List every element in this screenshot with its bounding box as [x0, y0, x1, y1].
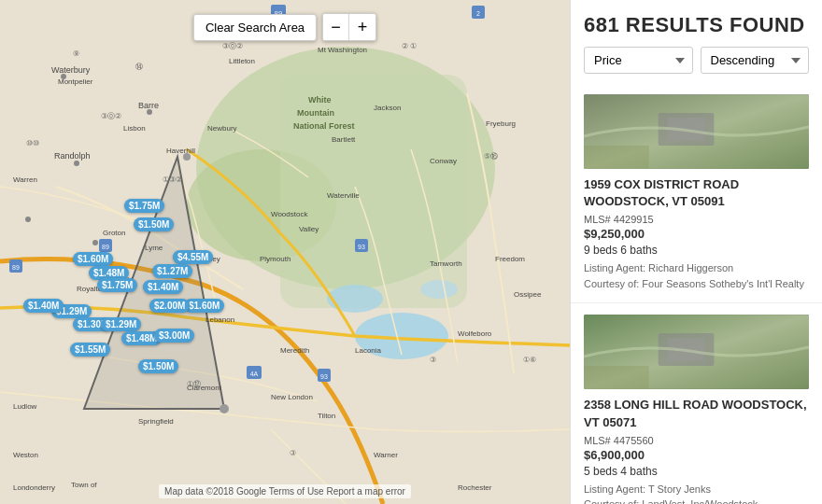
- svg-text:⑨: ⑨: [73, 49, 79, 58]
- svg-point-13: [25, 217, 31, 222]
- svg-text:Warner: Warner: [374, 451, 398, 459]
- listing-image: [584, 94, 809, 169]
- listing-title: 2358 LONG HILL ROAD WOODSTOCK, VT 05071: [584, 397, 809, 430]
- results-list: 1959 COX DISTRICT ROAD WOODSTOCK, VT 050…: [571, 83, 822, 504]
- svg-text:National Forest: National Forest: [293, 121, 355, 131]
- listing-agent: Listing Agent: T Story Jenks Courtesy of…: [584, 482, 809, 504]
- svg-text:Wolfeboro: Wolfeboro: [458, 329, 492, 338]
- svg-text:⑤⑯: ⑤⑯: [484, 152, 498, 161]
- svg-text:Littleton: Littleton: [229, 57, 255, 65]
- results-panel: 681 RESULTS FOUND Price Descending: [570, 0, 822, 504]
- svg-text:Lisbon: Lisbon: [123, 124, 146, 133]
- svg-point-12: [92, 240, 98, 245]
- svg-text:89: 89: [102, 244, 109, 250]
- price-marker[interactable]: $1.40M: [143, 280, 183, 294]
- results-count: 681 RESULTS FOUND: [584, 13, 809, 37]
- svg-text:Mt Washington: Mt Washington: [318, 46, 367, 54]
- svg-text:② ①: ② ①: [402, 42, 417, 50]
- svg-text:Woodstock: Woodstock: [271, 210, 308, 218]
- svg-text:③⓪②: ③⓪②: [101, 112, 121, 120]
- zoom-out-button[interactable]: −: [323, 14, 349, 40]
- price-marker[interactable]: $1.60M: [73, 252, 113, 266]
- svg-text:Weston: Weston: [13, 451, 38, 459]
- svg-text:2: 2: [476, 10, 480, 17]
- svg-rect-94: [584, 366, 649, 389]
- svg-text:93: 93: [358, 244, 365, 250]
- price-marker[interactable]: $1.50M: [134, 217, 174, 231]
- price-marker[interactable]: $1.29M: [101, 317, 141, 331]
- svg-text:⑭: ⑭: [135, 63, 143, 71]
- svg-text:Valley: Valley: [299, 225, 319, 233]
- svg-text:Freedom: Freedom: [495, 255, 525, 263]
- svg-text:Groton: Groton: [103, 229, 125, 237]
- svg-text:Fryeburg: Fryeburg: [486, 119, 516, 128]
- svg-text:⑩⑩: ⑩⑩: [26, 139, 39, 147]
- svg-text:①⑫: ①⑫: [187, 380, 201, 388]
- svg-text:Plymouth: Plymouth: [260, 255, 291, 263]
- price-marker[interactable]: $1.75M: [97, 278, 137, 292]
- svg-text:Tamworth: Tamworth: [430, 259, 462, 268]
- svg-text:Laconia: Laconia: [355, 346, 382, 355]
- svg-text:Waterbury: Waterbury: [51, 65, 91, 75]
- listing-image: [584, 315, 809, 389]
- svg-text:Bartlett: Bartlett: [332, 135, 356, 144]
- price-marker[interactable]: $1.55M: [70, 343, 110, 357]
- map-container[interactable]: Waterbury Barre Randolph Montpelier Warr…: [0, 0, 570, 504]
- listing-mls: MLS# 4475560: [584, 435, 809, 446]
- listing-card[interactable]: 2358 LONG HILL ROAD WOODSTOCK, VT 05071M…: [571, 303, 822, 504]
- svg-text:Newbury: Newbury: [207, 124, 237, 133]
- map-attribution: Map data ©2018 Google Terms of Use Repor…: [159, 484, 411, 498]
- price-marker[interactable]: $1.50M: [138, 359, 178, 373]
- svg-text:Randolph: Randolph: [54, 151, 91, 161]
- zoom-in-button[interactable]: +: [349, 14, 376, 40]
- price-sort-select[interactable]: Price: [584, 47, 693, 74]
- filter-row: Price Descending: [584, 47, 809, 74]
- svg-text:Mountain: Mountain: [297, 108, 334, 118]
- svg-text:White: White: [308, 95, 332, 105]
- listing-price: $6,900,000: [584, 448, 809, 462]
- svg-point-14: [220, 404, 229, 413]
- svg-point-6: [420, 280, 458, 299]
- svg-text:③: ③: [290, 449, 296, 457]
- price-marker[interactable]: $4.55M: [173, 250, 213, 264]
- svg-rect-89: [584, 146, 649, 169]
- svg-text:Lebanon: Lebanon: [206, 315, 234, 324]
- order-sort-select[interactable]: Descending: [701, 47, 810, 74]
- svg-text:Conway: Conway: [430, 157, 457, 165]
- map-toolbar: Clear Search Area − +: [193, 13, 376, 41]
- price-marker[interactable]: $3.00M: [154, 329, 194, 343]
- svg-text:4A: 4A: [250, 371, 259, 377]
- svg-text:Waterville: Waterville: [327, 191, 360, 200]
- svg-text:Londonderry: Londonderry: [13, 483, 55, 492]
- svg-point-5: [327, 285, 383, 313]
- svg-text:Meredith: Meredith: [280, 346, 309, 355]
- price-marker[interactable]: $2.00M: [149, 299, 190, 313]
- clear-search-button[interactable]: Clear Search Area: [193, 14, 317, 41]
- price-marker[interactable]: $1.60M: [184, 299, 224, 313]
- price-marker[interactable]: $1.75M: [124, 199, 164, 213]
- svg-text:Town of: Town of: [71, 481, 97, 489]
- svg-text:Rochester: Rochester: [458, 483, 492, 492]
- svg-text:Montpelier: Montpelier: [58, 77, 93, 86]
- svg-text:①③②: ①③②: [163, 175, 182, 184]
- svg-text:Haverhill: Haverhill: [166, 147, 195, 155]
- price-marker[interactable]: $1.27M: [152, 264, 192, 278]
- svg-text:Tilton: Tilton: [318, 412, 335, 420]
- svg-text:Lyme: Lyme: [145, 244, 163, 252]
- listing-title: 1959 COX DISTRICT ROAD WOODSTOCK, VT 050…: [584, 176, 809, 210]
- listing-beds-baths: 9 beds 6 baths: [584, 244, 809, 257]
- svg-text:Ludlow: Ludlow: [13, 402, 37, 411]
- svg-text:Barre: Barre: [138, 101, 159, 110]
- price-marker[interactable]: $1.40M: [23, 299, 64, 313]
- svg-text:③: ③: [430, 356, 436, 364]
- svg-text:Ossipee: Ossipee: [514, 290, 542, 299]
- listing-mls: MLS# 4429915: [584, 214, 809, 225]
- listing-price: $9,250,000: [584, 227, 809, 241]
- zoom-controls: − +: [322, 13, 376, 41]
- svg-text:③⓪②: ③⓪②: [222, 42, 243, 50]
- listing-card[interactable]: 1959 COX DISTRICT ROAD WOODSTOCK, VT 050…: [571, 83, 822, 303]
- listing-agent: Listing Agent: Richard Higgerson Courtes…: [584, 260, 809, 291]
- results-header: 681 RESULTS FOUND Price Descending: [571, 0, 822, 83]
- svg-text:New London: New London: [271, 393, 313, 401]
- svg-text:93: 93: [320, 373, 328, 380]
